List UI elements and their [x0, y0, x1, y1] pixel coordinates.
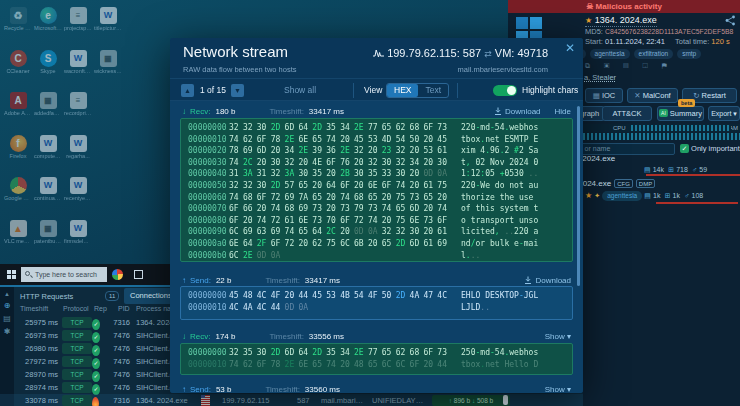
view-hex[interactable]: HEX	[387, 84, 418, 97]
tab-http-requests[interactable]: HTTP Requests	[20, 290, 73, 303]
desktop-icon[interactable]: C CCleaner	[4, 50, 32, 74]
download-button[interactable]: Download	[494, 107, 541, 116]
desktop-icon[interactable]: A Adobe Acrobat	[4, 92, 32, 116]
agenttesla-badge[interactable]: agenttesla	[602, 191, 642, 201]
check-icon: ✓	[680, 144, 689, 153]
doc-icon: W	[40, 177, 57, 194]
share-icon[interactable]	[725, 15, 736, 26]
screen: ♻ Recycle Bin e Microsoft Edge ≡ project…	[0, 0, 740, 406]
skype-icon: S	[40, 50, 57, 67]
tag-smtp[interactable]: smtp	[677, 49, 701, 59]
firefox-icon: f	[10, 135, 27, 152]
hex-row: 0000006074686F72697A65207468652075736520…	[181, 192, 572, 204]
hex-row: 000000003235302D6D642D35342E776562686F73…	[181, 347, 572, 359]
tag-agenttesla[interactable]: agenttesla	[590, 49, 630, 59]
export-button[interactable]: Export ▾	[708, 106, 740, 121]
pdf-icon: A	[10, 92, 27, 109]
view-toggle[interactable]: HEXText	[386, 83, 449, 98]
recv-hex-block: 000000003235302D6D642D35342E776562686F73…	[180, 343, 573, 375]
sample-name[interactable]: ★ 1364. 2024.exe	[585, 15, 657, 27]
link-icon: ♂	[684, 192, 689, 199]
taskbar-search-input[interactable]: Type here to search	[21, 267, 107, 282]
summary-button[interactable]: AISummary	[657, 106, 704, 121]
hex-row: 0000001074626F782E6E65742045534D54502045…	[181, 134, 572, 146]
jpg-icon: ▦	[100, 50, 117, 67]
highlight-chars-toggle[interactable]	[493, 85, 517, 96]
hex-row: 00000030742C203032204E6F7620323032342030…	[181, 157, 572, 169]
malconf-button[interactable]: ✕ MalConf	[627, 88, 678, 103]
vlc-icon: ▲	[10, 220, 27, 237]
txt-icon: ≡	[70, 7, 87, 24]
family-link[interactable]: a, Stealer	[584, 73, 616, 82]
close-icon[interactable]: ✕	[565, 41, 575, 55]
desktop-icon[interactable]: ▲ VLC media player	[4, 220, 32, 244]
view-text[interactable]: Text	[418, 84, 448, 97]
start-button-icon[interactable]	[7, 270, 16, 279]
desktop-icon[interactable]: W continuada...	[34, 177, 62, 201]
tag-exfiltration[interactable]: exfiltration	[634, 49, 674, 59]
dialog-scrollbar-thumb[interactable]	[577, 106, 580, 286]
edge-icon: e	[40, 7, 57, 24]
desktop-icon[interactable]: W regarha...	[64, 135, 92, 159]
collapse-icon[interactable]: ▲	[0, 291, 14, 297]
stream-dropdown-button[interactable]: ▼	[231, 84, 244, 97]
desktop-icon[interactable]: W firmsdelRe...	[64, 220, 92, 244]
desktop-icon[interactable]: W computers...	[34, 135, 62, 159]
desktop-icon[interactable]: W wacronfts...	[64, 50, 92, 74]
prev-stream-button[interactable]: ▲	[181, 84, 194, 97]
desktop-icon[interactable]: ▦ wickness.jpg	[94, 50, 122, 74]
network-stream-dialog: Network stream RAW data flow between two…	[170, 38, 583, 393]
hex-row: 000000806F207472616E73706F727420756E736F…	[181, 215, 572, 227]
connection-row[interactable]: 33078 msTCP 7316 1364. 2024.exe199.79.62…	[0, 394, 583, 406]
jpg-icon: ▦	[40, 220, 57, 237]
dialog-subtitle: RAW data flow between two hosts	[183, 65, 297, 74]
desktop-icon[interactable]: W recentyear...	[64, 177, 92, 201]
show-button[interactable]: Show ▾	[545, 385, 571, 394]
hex-row: 000000906C6963697465642C200D0A3232302061…	[181, 226, 572, 238]
trophy-icon: ★	[585, 16, 592, 25]
desktop-icon[interactable]: ≡ projectspa...	[64, 7, 92, 31]
recycle-icon: ♻	[10, 7, 27, 24]
ioc-button[interactable]: ▦ IOC	[585, 88, 623, 103]
http-requests-count: 11	[105, 291, 119, 301]
toolbar-icons: ⧉ ▣ ▤ ◲ ⚑	[585, 62, 673, 70]
swap-icon: ⇄	[484, 49, 492, 59]
hide-button[interactable]: Hide	[555, 107, 571, 116]
traffic-badge: ↑ 896 b ↓ 508 b	[432, 395, 510, 406]
chrome-icon	[10, 177, 27, 194]
arrow-down-icon: ↓	[182, 332, 189, 341]
desktop-icon[interactable]: Google Chrome	[4, 177, 32, 201]
malicious-underline	[646, 174, 740, 176]
only-important-checkbox[interactable]: ✓ Only important	[680, 144, 740, 153]
dialog-title: Network stream	[183, 43, 288, 60]
horizontal-scrollbar-thumb[interactable]	[503, 395, 508, 405]
badge-cfg: CFG	[614, 179, 633, 188]
attck-button[interactable]: ATT&CK	[602, 106, 652, 121]
desktop-icon[interactable]: W titlepicture...	[94, 7, 122, 31]
desktop-icon[interactable]: ≡ recordpric...	[64, 92, 92, 116]
send-section-header: ↑ Send:53 b Timeshift:33560 ms Show ▾	[182, 383, 571, 393]
view-label: View	[364, 85, 382, 95]
download-button[interactable]: Download	[524, 276, 571, 285]
desktop-icon[interactable]: ▦ patentbuy...	[34, 220, 62, 244]
desktop-icon[interactable]: ♻ Recycle Bin	[4, 7, 32, 31]
desktop-icon[interactable]: ▦ addedfast.jpg	[34, 92, 62, 116]
cpu-ram-bar: CPU RAM	[583, 124, 740, 132]
network-icon[interactable]: ⊕	[0, 301, 14, 310]
timeline-bar[interactable]	[583, 133, 740, 140]
task-view-icon[interactable]	[134, 270, 143, 279]
show-button[interactable]: Show ▾	[545, 332, 571, 341]
desktop-icon[interactable]: S Skype	[34, 50, 62, 74]
bulb-icon: ✦	[594, 192, 600, 199]
desktop-icon[interactable]: f Firefox	[4, 135, 32, 159]
connection-endpoints: 199.79.62.115: 587 ⇄ VM: 49718	[373, 47, 548, 59]
start-row: Start: 01.11.2024, 22:41 Total time: 120…	[585, 37, 730, 46]
desktop-icon[interactable]: e Microsoft Edge	[34, 7, 62, 31]
trophy-icon: ★	[585, 191, 592, 200]
hex-row: 000000a06E642F6F722062756C6B20652D6D6169…	[181, 238, 572, 250]
pager-label: 1 of 15	[200, 85, 226, 95]
send-hex-block: 0000000045484C4F204445534B544F502D4A474C…	[180, 286, 573, 320]
send-section-header: ↑ Send:22 b Timeshift:33417 ms Download	[182, 274, 571, 286]
browser-icon[interactable]	[112, 269, 123, 280]
show-all-button[interactable]: Show all	[284, 85, 316, 95]
